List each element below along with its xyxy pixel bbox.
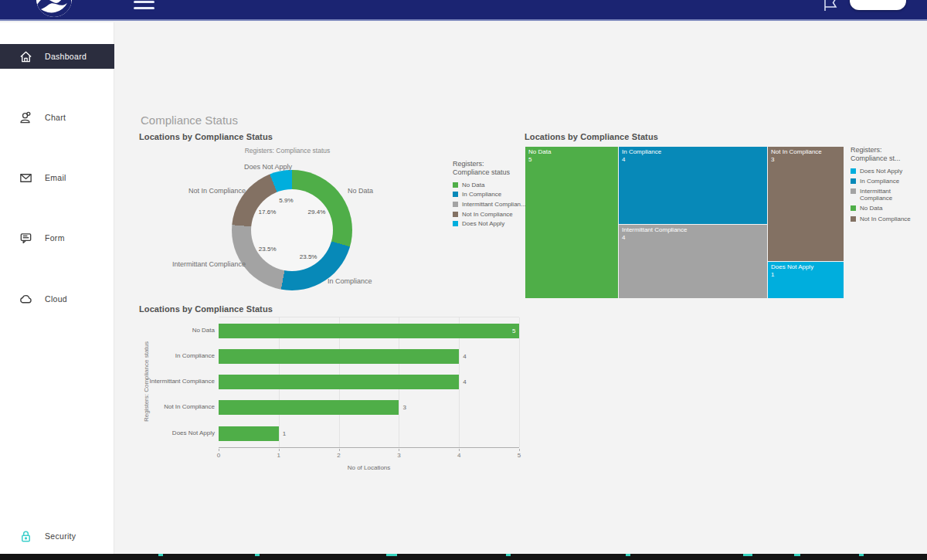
axis-tick bbox=[399, 449, 399, 451]
treemap-chart-title: Locations by Compliance Status bbox=[525, 132, 658, 141]
x-axis-label: No of Locations bbox=[294, 464, 444, 471]
bar-category-label: In Compliance bbox=[139, 352, 215, 359]
bar-chart-plot[interactable]: 54431 bbox=[219, 317, 519, 448]
top-bar bbox=[0, 0, 927, 21]
legend-swatch bbox=[453, 182, 458, 188]
bar-value-label: 1 bbox=[283, 426, 286, 441]
gridline bbox=[519, 317, 520, 447]
treemap-block-value: 1 bbox=[771, 271, 774, 278]
axis-tick-label: 0 bbox=[217, 452, 220, 459]
axis-tick bbox=[459, 449, 460, 451]
bar[interactable] bbox=[219, 400, 399, 415]
legend-swatch bbox=[453, 212, 458, 217]
donut-pct-label: 5.9% bbox=[279, 196, 293, 203]
sidebar-item-dashboard[interactable]: Dashboard bbox=[0, 44, 114, 69]
legend-item[interactable]: Intermittant Compliance bbox=[851, 188, 911, 202]
treemap-block-label: No Data bbox=[528, 148, 551, 155]
axis-tick-label: 1 bbox=[277, 452, 280, 459]
topbar-action-button[interactable] bbox=[850, 0, 906, 10]
legend-label: No Data bbox=[462, 182, 484, 188]
sidebar-item-label: Email bbox=[45, 173, 66, 182]
legend-label: Not In Compliance bbox=[462, 211, 513, 218]
bar[interactable] bbox=[219, 426, 279, 441]
sidebar-item-email[interactable]: Email bbox=[0, 166, 114, 189]
donut-chart-title: Locations by Compliance Status bbox=[139, 132, 273, 141]
treemap-block-label: Does Not Apply bbox=[771, 263, 813, 270]
users-icon bbox=[19, 110, 33, 125]
lock-icon bbox=[19, 529, 33, 544]
bar[interactable] bbox=[219, 324, 519, 338]
legend-item[interactable]: Not In Compliance bbox=[453, 211, 521, 218]
legend-swatch bbox=[453, 221, 458, 226]
legend-label: In Compliance bbox=[462, 191, 501, 198]
form-icon bbox=[19, 231, 33, 246]
axis-tick-label: 4 bbox=[457, 452, 460, 459]
legend-item[interactable]: In Compliance bbox=[453, 191, 521, 198]
sidebar: Dashboard Chart Email Form Cloud bbox=[0, 22, 114, 554]
legend-item[interactable]: No Data bbox=[851, 205, 911, 212]
treemap-block-value: 4 bbox=[622, 156, 625, 163]
donut-slice-label: Does Not Apply bbox=[244, 163, 292, 171]
donut-pct-label: 17.6% bbox=[259, 209, 277, 216]
treemap-block-label: In Compliance bbox=[622, 148, 661, 155]
donut-pct-label: 23.5% bbox=[259, 246, 277, 253]
bar-value-label: 5 bbox=[512, 324, 515, 338]
treemap-block[interactable]: In Compliance4 bbox=[619, 147, 767, 224]
cloud-icon bbox=[19, 292, 33, 307]
legend-item[interactable]: Does Not Apply bbox=[851, 168, 911, 175]
bar-category-label: Intermittant Compliance bbox=[139, 378, 215, 385]
sidebar-item-security[interactable]: Security bbox=[0, 524, 114, 548]
legend-label: Does Not Apply bbox=[462, 220, 504, 227]
legend-title: Registers: Compliance st... bbox=[851, 146, 911, 163]
menu-hamburger-icon[interactable] bbox=[134, 0, 155, 12]
donut-slice-label: Not In Compliance bbox=[188, 187, 246, 195]
donut-pct-label: 29.4% bbox=[308, 208, 326, 215]
bar-value-label: 3 bbox=[402, 400, 406, 415]
legend-label: Intermittant Compliance bbox=[860, 188, 911, 202]
bar-category-label: No Data bbox=[139, 327, 215, 334]
legend-swatch bbox=[453, 192, 458, 197]
axis-tick-label: 3 bbox=[397, 452, 400, 459]
treemap-block[interactable]: Does Not Apply1 bbox=[768, 262, 844, 298]
treemap-block[interactable]: No Data5 bbox=[525, 147, 618, 298]
legend-item[interactable]: Does Not Apply bbox=[453, 220, 521, 227]
bar[interactable] bbox=[219, 349, 459, 364]
legend-item[interactable]: Not In Compliance bbox=[851, 216, 911, 222]
legend-label: Not In Compliance bbox=[860, 216, 911, 222]
dashboard-page: Dashboard Chart Email Form Cloud bbox=[0, 0, 927, 560]
donut-slice-label: In Compliance bbox=[328, 277, 372, 285]
treemap-chart[interactable]: No Data5In Compliance4Intermittant Compl… bbox=[525, 147, 844, 298]
donut-slice-label: No Data bbox=[348, 187, 373, 195]
legend-item[interactable]: No Data bbox=[453, 182, 521, 188]
axis-tick-label: 2 bbox=[337, 452, 340, 459]
axis-tick bbox=[339, 449, 340, 451]
legend-swatch bbox=[851, 216, 856, 222]
legend-title: Registers: Compliance status bbox=[453, 160, 521, 177]
bar-chart-title: Locations by Compliance Status bbox=[139, 304, 273, 314]
sidebar-item-cloud[interactable]: Cloud bbox=[0, 287, 114, 311]
flag-icon[interactable] bbox=[821, 0, 840, 15]
treemap-block-value: 4 bbox=[622, 234, 625, 241]
sidebar-item-label: Cloud bbox=[45, 294, 67, 304]
treemap-block-value: 3 bbox=[771, 156, 774, 163]
legend-swatch bbox=[851, 205, 856, 211]
sidebar-item-form[interactable]: Form bbox=[0, 226, 114, 249]
legend-item[interactable]: Intermittant Complian... bbox=[453, 201, 521, 208]
treemap-block[interactable]: Not In Compliance3 bbox=[768, 147, 844, 261]
legend-item[interactable]: In Compliance bbox=[851, 178, 911, 185]
treemap-block[interactable]: Intermittant Compliance4 bbox=[619, 225, 767, 298]
page-title: Compliance Status bbox=[141, 114, 238, 127]
app-logo-icon[interactable] bbox=[36, 0, 72, 17]
bar[interactable] bbox=[219, 375, 459, 389]
home-icon bbox=[19, 49, 33, 64]
sidebar-item-chart[interactable]: Chart bbox=[0, 106, 114, 129]
legend-label: No Data bbox=[860, 205, 882, 212]
sidebar-item-label: Chart bbox=[45, 113, 66, 122]
y-axis-label: Registers: Compliance status bbox=[143, 341, 150, 422]
envelope-icon bbox=[19, 171, 33, 185]
sidebar-item-label: Form bbox=[45, 233, 65, 243]
axis-tick-label: 5 bbox=[518, 452, 521, 459]
bar-value-label: 4 bbox=[463, 349, 466, 364]
legend-swatch bbox=[851, 188, 856, 194]
donut-legend: Registers: Compliance status No DataIn C… bbox=[453, 160, 521, 230]
